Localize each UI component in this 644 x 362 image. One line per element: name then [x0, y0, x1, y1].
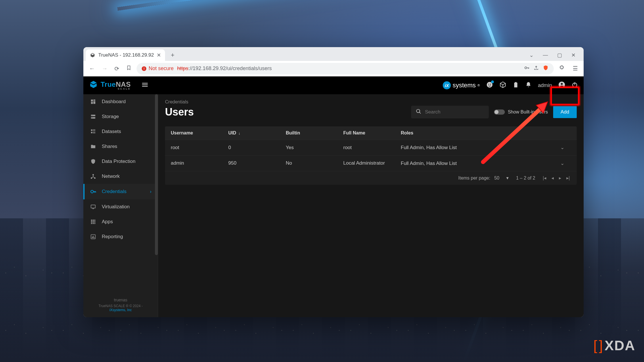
toggle-switch[interactable]: [494, 109, 505, 115]
svg-rect-26: [91, 220, 92, 221]
table-row[interactable]: admin 950 No Local Administrator Full Ad…: [165, 155, 577, 171]
browser-tab[interactable]: TrueNAS - 192.168.29.92 ✕: [86, 49, 165, 61]
sidebar-footer: truenas TrueNAS SCALE ® © 2024 - iXsyste…: [83, 292, 158, 317]
sidebar-item-dashboard[interactable]: Dashboard: [83, 94, 158, 109]
search-icon: [416, 109, 421, 115]
forward-icon[interactable]: →: [100, 63, 109, 74]
new-tab-button[interactable]: +: [168, 50, 177, 60]
sidebar-item-reporting[interactable]: Reporting: [83, 229, 158, 244]
sidebar-item-data-protection[interactable]: Data Protection: [83, 154, 158, 169]
pagination: Items per page: 50 ▾ 1 – 2 of 2 |◂ ◂ ▸ ▸…: [165, 171, 577, 185]
last-page-icon[interactable]: ▸|: [566, 175, 570, 181]
sidebar-item-label: Virtualization: [102, 204, 130, 210]
svg-rect-31: [94, 221, 95, 222]
bell-icon[interactable]: [525, 82, 532, 89]
svg-point-1: [487, 82, 492, 88]
reload-icon[interactable]: ⟳: [113, 63, 121, 74]
url-field[interactable]: ! Not secure https://192.168.29.92/ui/cr…: [137, 63, 554, 74]
key-icon[interactable]: [524, 65, 530, 72]
svg-point-5: [561, 83, 563, 85]
extensions-icon[interactable]: [557, 63, 566, 74]
brave-shield-icon[interactable]: [543, 65, 549, 72]
svg-rect-19: [93, 132, 95, 132]
sidebar-item-label: Dashboard: [102, 99, 126, 105]
ix-badge-icon: iX: [443, 81, 451, 89]
sidebar-item-shares[interactable]: Shares: [83, 139, 158, 154]
status-icon[interactable]: [486, 81, 493, 89]
add-user-button[interactable]: Add: [553, 106, 577, 118]
share-icon[interactable]: [534, 65, 539, 72]
sidebar-item-storage[interactable]: Storage: [83, 109, 158, 124]
menu-icon[interactable]: ☰: [571, 63, 580, 74]
page-size-select[interactable]: 50 ▾: [494, 175, 509, 181]
close-window-icon[interactable]: ✕: [570, 51, 577, 59]
clipboard-icon[interactable]: [513, 82, 519, 89]
chevron-down-icon[interactable]: ⌄: [554, 145, 571, 151]
prev-page-icon[interactable]: ◂: [551, 175, 554, 181]
minimize-icon[interactable]: —: [542, 51, 549, 59]
svg-point-14: [92, 118, 92, 118]
hamburger-icon[interactable]: [141, 81, 149, 90]
back-icon[interactable]: ←: [87, 63, 97, 74]
col-fullname[interactable]: Full Name: [343, 130, 401, 136]
chevron-down-icon[interactable]: ⌄: [528, 51, 535, 59]
table-row[interactable]: root 0 Yes root Full Admin, Has Allow Li…: [165, 140, 577, 155]
search-box[interactable]: [411, 106, 489, 118]
sidebar-scrollbar[interactable]: [155, 94, 158, 255]
sidebar-item-credentials[interactable]: Credentials ›: [83, 184, 158, 199]
datasets-icon: [90, 129, 97, 134]
sort-desc-icon: ↓: [237, 131, 240, 135]
sidebar-item-label: Storage: [102, 114, 119, 120]
cell-uid: 950: [228, 160, 286, 166]
apps-icon: [90, 219, 97, 225]
first-page-icon[interactable]: |◂: [543, 175, 546, 181]
toggle-label: Show Built-in Users: [508, 109, 548, 115]
svg-point-0: [525, 67, 527, 69]
ixsystems-logo[interactable]: iX systems®: [443, 81, 480, 89]
svg-rect-32: [91, 223, 92, 224]
svg-rect-9: [93, 101, 95, 104]
breadcrumb[interactable]: Credentials: [165, 99, 577, 105]
builtin-toggle-wrap[interactable]: Show Built-in Users: [494, 109, 548, 115]
browser-tab-strip: TrueNAS - 192.168.29.92 ✕ + ⌄ — ▢ ✕: [83, 47, 584, 61]
dropdown-icon: ▾: [506, 175, 509, 181]
cube-icon[interactable]: [499, 81, 506, 89]
cell-roles: Full Admin, Has Allow List: [401, 144, 554, 151]
sidebar-item-label: Reporting: [102, 234, 123, 240]
not-secure-badge[interactable]: ! Not secure: [142, 66, 174, 72]
user-icon[interactable]: [558, 81, 565, 89]
ix-text: systems: [453, 82, 476, 89]
page-size-label: Items per page:: [458, 176, 490, 181]
svg-point-21: [93, 174, 93, 175]
sidebar-item-virtualization[interactable]: Virtualization: [83, 199, 158, 214]
tab-close-icon[interactable]: ✕: [157, 52, 161, 58]
svg-point-3: [490, 84, 491, 85]
power-icon[interactable]: [572, 82, 578, 89]
sidebar-item-apps[interactable]: Apps: [83, 214, 158, 229]
dashboard-icon: [90, 99, 97, 105]
page-title: Users: [165, 106, 194, 118]
chevron-down-icon[interactable]: ⌄: [554, 160, 571, 166]
footer-copyright: TrueNAS SCALE ® © 2024 -: [99, 304, 143, 308]
sidebar-item-network[interactable]: Network: [83, 169, 158, 184]
svg-rect-10: [91, 102, 93, 104]
sidebar-item-datasets[interactable]: Datasets: [83, 124, 158, 139]
next-page-icon[interactable]: ▸: [559, 175, 561, 181]
header-username[interactable]: admin: [538, 82, 552, 88]
tab-title: TrueNAS - 192.168.29.92: [98, 52, 154, 58]
svg-rect-15: [91, 130, 93, 131]
footer-link[interactable]: iXsystems, Inc: [110, 308, 132, 312]
search-input[interactable]: [425, 109, 486, 115]
warning-icon: !: [142, 66, 146, 71]
maximize-icon[interactable]: ▢: [556, 51, 563, 59]
sidebar-item-label: Datasets: [102, 129, 121, 134]
col-uid[interactable]: UID ↓: [228, 130, 286, 136]
col-username[interactable]: Username: [171, 130, 228, 136]
cell-roles: Full Admin, Has Allow List: [401, 160, 554, 167]
truenas-logo[interactable]: TrueNASSCALE: [89, 80, 131, 90]
col-builtin[interactable]: Builtin: [286, 130, 343, 136]
truenas-favicon-icon: [90, 52, 95, 58]
cell-fullname: root: [343, 145, 401, 151]
bookmark-icon[interactable]: [124, 63, 133, 74]
col-roles[interactable]: Roles: [401, 130, 554, 136]
